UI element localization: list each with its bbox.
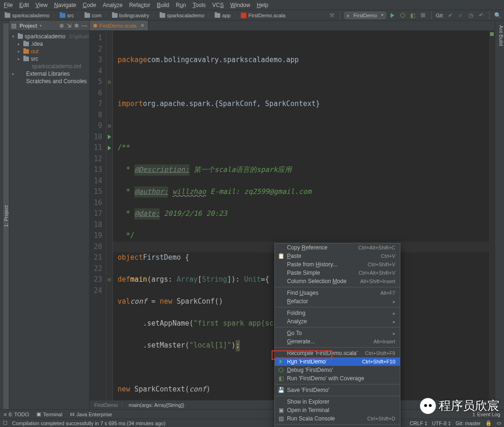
stop-icon[interactable] <box>420 12 427 19</box>
debug-icon <box>278 367 284 373</box>
menu-navigate[interactable]: Navigate <box>54 2 76 8</box>
line-ending[interactable]: CRLF ‡ <box>410 420 427 426</box>
nav-crumb[interactable]: com <box>83 13 104 18</box>
menu-run[interactable]: Run <box>176 2 186 8</box>
context-menu-item[interactable]: Run 'FirstDemo'Ctrl+Shift+F10 <box>275 357 400 366</box>
folder-icon <box>18 71 24 77</box>
nav-crumb[interactable]: app <box>213 13 232 18</box>
tree-item[interactable]: ▸.idea <box>9 40 89 48</box>
context-menu-item[interactable]: Find UsagesAlt+F7 <box>275 289 400 297</box>
debug-icon[interactable] <box>399 12 406 19</box>
context-menu-item[interactable]: Debug 'FirstDemo' <box>275 366 400 374</box>
context-menu-item[interactable]: ▤Run Scala ConsoleCtrl+Shift+D <box>275 414 400 423</box>
nav-crumb[interactable]: sparkscalademo <box>158 13 206 18</box>
folder-icon <box>215 13 220 18</box>
editor-tab[interactable]: FirstDemo.scala ✕ <box>90 21 148 30</box>
close-icon[interactable]: ✕ <box>140 23 144 28</box>
vcs-history-icon[interactable]: ◷ <box>467 12 475 19</box>
tree-item[interactable]: ▸out <box>9 48 89 55</box>
tree-item[interactable]: ▾sparkscalademoD:\github\ <box>9 33 89 40</box>
folder-icon <box>18 34 23 39</box>
tree-item[interactable]: ▸src <box>9 55 89 63</box>
encoding[interactable]: UTF-8 ‡ <box>432 420 451 426</box>
scroll-from-source-icon[interactable]: ⊕ <box>59 22 64 29</box>
git-label: Git: <box>436 13 444 18</box>
wechat-avatar-icon <box>420 398 436 414</box>
console-icon: ▤ <box>278 415 284 422</box>
terminal-tool[interactable]: ▣ Terminal <box>36 411 63 417</box>
status-message: Compilation completed successfully in 7 … <box>12 420 165 426</box>
nav-crumb[interactable]: FirstDemo.scala <box>239 13 287 18</box>
java-ee-tool[interactable]: ᴇᴇ Java Enterprise <box>70 411 112 417</box>
hammer-icon[interactable]: ⚒ <box>328 12 336 19</box>
context-menu-item[interactable]: Column Selection ModeAlt+Shift+Insert <box>275 277 400 285</box>
menu-edit[interactable]: Edit <box>19 2 29 8</box>
main-menu-bar: FileEditViewNavigateCodeAnalyzeRefactorB… <box>0 0 504 10</box>
context-menu-item[interactable]: Show in Explorer <box>275 398 400 406</box>
folder-icon <box>18 78 24 85</box>
tool-tab[interactable]: 1: Project <box>3 23 9 409</box>
folder-icon <box>84 13 90 18</box>
context-menu-item[interactable]: Go To▸ <box>275 329 400 337</box>
project-view-icon: ▤ <box>11 22 17 29</box>
search-icon[interactable]: 🔍 <box>494 12 501 19</box>
context-menu-item[interactable]: Analyze▸ <box>275 317 400 326</box>
menu-code[interactable]: Code <box>83 2 96 8</box>
folder-icon <box>23 42 29 46</box>
run-icon <box>278 358 284 365</box>
context-menu-item[interactable]: ◧Run 'FirstDemo' with Coverage <box>275 374 400 383</box>
folder-icon <box>23 63 30 70</box>
fold-gutter: ⊟⊟⊟ <box>106 31 113 400</box>
menu-tools[interactable]: Tools <box>193 2 206 8</box>
context-menu-item[interactable]: 📋PasteCtrl+V <box>275 252 400 260</box>
menu-help[interactable]: Help <box>257 2 268 8</box>
modified-icon <box>93 24 97 28</box>
tree-item[interactable]: ▸External Libraries <box>9 70 89 78</box>
gear-icon[interactable]: ✻ <box>74 22 79 29</box>
nav-crumb[interactable]: src <box>58 13 76 18</box>
tree-item[interactable]: Scratches and Consoles <box>9 78 89 85</box>
context-menu-item[interactable]: 💾Save 'FirstDemo' <box>275 386 400 394</box>
context-menu-item[interactable]: Paste from History...Ctrl+Shift+V <box>275 260 400 269</box>
tree-item[interactable]: sparkscalademo.iml <box>9 63 89 70</box>
collapse-all-icon[interactable]: ⇲ <box>67 22 71 29</box>
todo-tool[interactable]: ≡ 6: TODO <box>4 412 29 417</box>
context-menu-item[interactable]: Copy ReferenceCtrl+Alt+Shift+C <box>275 243 400 252</box>
vcs-update-icon[interactable]: ✔ <box>447 12 454 19</box>
line-number-gutter: 123456789101112131415161718192021222324 <box>90 31 106 400</box>
hide-icon[interactable]: — <box>82 22 87 29</box>
coverage-icon[interactable]: ◧ <box>409 12 417 19</box>
menu-build[interactable]: Build <box>157 2 169 8</box>
vcs-revert-icon[interactable]: ↶ <box>477 12 485 19</box>
menu-analyze[interactable]: Analyze <box>103 2 123 8</box>
folder-icon <box>160 13 165 18</box>
nav-crumb[interactable]: bolingcavalry <box>110 13 151 18</box>
watermark: 程序员欣宸 <box>420 398 499 414</box>
menu-window[interactable]: Window <box>231 2 251 8</box>
tool-tab[interactable]: Ant Build <box>498 23 504 409</box>
folder-icon <box>112 13 118 18</box>
context-menu-item[interactable]: Refactor▸ <box>275 297 400 306</box>
lock-icon[interactable]: 🔒 <box>485 420 492 426</box>
context-menu-item[interactable]: Paste SimpleCtrl+Alt+Shift+V <box>275 269 400 277</box>
folder-icon <box>60 13 65 18</box>
navigation-bar: sparkscalademo〉src〉com〉bolingcavalry〉spa… <box>0 10 504 21</box>
run-icon[interactable] <box>389 12 396 19</box>
editor-tab-label: FirstDemo.scala <box>99 23 136 28</box>
run-configuration-selector[interactable]: FirstDemo <box>344 12 386 19</box>
context-menu-item[interactable]: Recompile 'FirstDemo.scala'Ctrl+Shift+F9 <box>275 349 400 357</box>
memory-icon[interactable]: ▭ <box>497 420 501 426</box>
vcs-commit-icon[interactable]: ✓ <box>457 12 464 19</box>
context-menu-item[interactable]: ▣Open in Terminal <box>275 406 400 414</box>
menu-vcs[interactable]: VCS <box>212 2 224 8</box>
menu-view[interactable]: View <box>35 2 48 8</box>
git-branch[interactable]: Git: master <box>455 420 481 426</box>
left-tool-stripe: 1: Project2: Structure2: Favorites <box>0 21 9 409</box>
nav-crumb[interactable]: sparkscalademo <box>3 13 51 18</box>
editor-tab-bar: FirstDemo.scala ✕ <box>90 21 495 31</box>
menu-file[interactable]: File <box>4 2 13 8</box>
menu-refactor[interactable]: Refactor <box>129 2 150 8</box>
context-menu-item[interactable]: Folding▸ <box>275 309 400 317</box>
editor-context-menu: Copy ReferenceCtrl+Alt+Shift+C📋PasteCtrl… <box>274 243 400 427</box>
context-menu-item[interactable]: Generate...Alt+Insert <box>275 337 400 346</box>
